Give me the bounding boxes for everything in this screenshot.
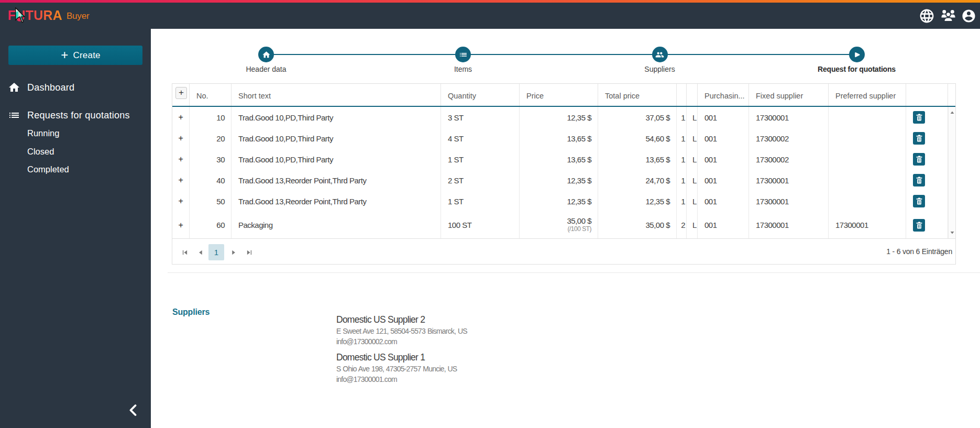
account-circle-icon-svg — [961, 8, 976, 24]
column-header-Quantity: Quantity — [441, 84, 520, 106]
column-header-label: Fixed supplier — [756, 92, 803, 100]
cell-purchasing: 001 — [698, 149, 749, 170]
section-divider — [168, 272, 980, 273]
column-header-11 — [906, 84, 948, 106]
expand-row-cell[interactable]: + — [172, 107, 190, 128]
language-icon[interactable] — [919, 8, 935, 24]
expand-row-cell[interactable]: + — [172, 149, 190, 170]
cell-col2: L — [687, 170, 698, 191]
prev-page-icon[interactable] — [194, 246, 207, 259]
expand-plus-icon: + — [179, 113, 183, 122]
sidebar-collapse-button[interactable] — [125, 402, 141, 418]
delete-row-button[interactable] — [913, 195, 925, 207]
cell-purchasing: 001 — [698, 107, 749, 128]
delete-row-button[interactable] — [913, 111, 925, 124]
home-icon-svg — [262, 50, 271, 59]
column-header-label: Total price — [605, 92, 640, 100]
product-name: Buyer — [67, 11, 89, 21]
cell-col1: 2 — [677, 212, 687, 238]
app-logo: FUTURABuyer — [8, 8, 89, 26]
cell-col2: L — [687, 149, 698, 170]
cell-total-price: 24,70 $ — [598, 170, 677, 191]
column-header-label: Price — [526, 92, 544, 100]
last-page-icon[interactable] — [243, 246, 256, 259]
cell-actions — [906, 191, 948, 212]
column-header-label: Purchasin... — [704, 92, 745, 100]
cell-total-price: 13,65 $ — [598, 149, 677, 170]
sidebar-item-closed[interactable]: Closed — [27, 142, 54, 160]
cell-no: 50 — [190, 191, 232, 212]
delete-row-button[interactable] — [913, 153, 925, 166]
sidebar-item-label: Dashboard — [27, 82, 74, 93]
sidebar-item-label: Requests for quotations — [27, 110, 130, 121]
sidebar-item-requests-for-quotations[interactable]: Requests for quotations — [0, 105, 151, 126]
list-icon-svg — [459, 50, 468, 59]
cell-short-text: Trad.Good 10,PD,Third Party — [232, 107, 441, 128]
create-button[interactable]: + Create — [8, 46, 142, 65]
cell-col1: 1 — [677, 191, 687, 212]
cell-col1: 1 — [677, 170, 687, 191]
sidebar-item-completed[interactable]: Completed — [27, 160, 69, 178]
supplier-item: Domestic US Supplier 2E Sweet Ave 121, 5… — [336, 313, 703, 347]
main-content: Header dataItemsSuppliersRequest for quo… — [151, 29, 980, 428]
column-header-scroll-filler — [948, 84, 955, 106]
column-header-Preferred supplier: Preferred supplier — [829, 84, 906, 106]
price-with-unit: 35,00 $(/100 ST) — [567, 217, 591, 233]
cell-actions — [906, 170, 948, 191]
sidebar: + Create Dashboard Requests for quotatio… — [0, 29, 151, 428]
expand-plus-icon: + — [179, 175, 183, 185]
groups-icon[interactable] — [941, 8, 956, 24]
delete-row-button-svg — [916, 156, 923, 163]
first-page-icon[interactable] — [179, 246, 191, 259]
cell-col1: 1 — [677, 107, 687, 128]
supplier-address: E Sweet Ave 121, 58504-5573 Bismarck, US — [336, 326, 703, 336]
expand-row-cell[interactable]: + — [172, 170, 190, 191]
column-header-Price: Price — [520, 84, 598, 106]
cell-short-text: Trad.Good 10,PD,Third Party — [232, 128, 441, 149]
cell-price: 12,35 $ — [520, 191, 598, 212]
cell-fixed-supplier: 17300001 — [749, 212, 829, 238]
page-number-current[interactable]: 1 — [208, 244, 224, 260]
column-header-label: No. — [196, 92, 208, 100]
scroll-down-icon[interactable] — [950, 231, 954, 235]
delete-row-button-svg — [916, 177, 923, 184]
plus-icon: + — [61, 49, 68, 61]
cell-no: 30 — [190, 149, 232, 170]
cell-col2: L — [687, 107, 698, 128]
supplier-name: Domestic US Supplier 2 — [336, 313, 703, 326]
cell-purchasing: 001 — [698, 191, 749, 212]
create-button-label: Create — [73, 50, 100, 61]
cell-quantity: 3 ST — [441, 107, 520, 128]
expand-row-cell[interactable]: + — [172, 191, 190, 212]
home-icon — [258, 47, 274, 62]
cell-total-price: 54,60 $ — [598, 128, 677, 149]
next-page-icon[interactable] — [227, 246, 240, 259]
cell-col1: 1 — [677, 128, 687, 149]
delete-row-button[interactable] — [913, 132, 925, 145]
next-page-icon-svg — [230, 249, 237, 256]
prev-page-icon-svg — [197, 249, 204, 256]
cell-actions — [906, 107, 948, 128]
delete-row-button[interactable] — [913, 174, 925, 186]
sidebar-item-dashboard[interactable]: Dashboard — [0, 77, 151, 98]
delete-row-button[interactable] — [913, 219, 925, 232]
stepper-step-label: Header data — [203, 65, 329, 73]
account-circle-icon[interactable] — [961, 8, 976, 24]
stepper-step-label: Items — [400, 65, 526, 73]
list-icon-svg — [8, 109, 20, 122]
cell-short-text: Trad.Good 10,PD,Third Party — [232, 149, 441, 170]
expand-plus-icon: + — [179, 221, 183, 230]
scroll-up-icon[interactable] — [950, 111, 954, 115]
sidebar-item-running[interactable]: Running — [27, 124, 59, 142]
expand-row-cell[interactable]: + — [172, 128, 190, 149]
scroll-down-icon-svg — [950, 231, 954, 235]
table-scrollbar[interactable] — [948, 107, 955, 238]
app-header: FUTURABuyer — [0, 3, 980, 29]
cell-col2: L — [687, 212, 698, 238]
table-header-row: +No.Short textQuantityPriceTotal pricePu… — [172, 84, 955, 107]
sidebar-collapse-button-svg — [125, 402, 141, 418]
cell-quantity: 100 ST — [441, 212, 520, 238]
add-row-button[interactable]: + — [175, 87, 187, 99]
first-page-icon-svg — [182, 249, 188, 256]
expand-row-cell[interactable]: + — [172, 212, 190, 238]
